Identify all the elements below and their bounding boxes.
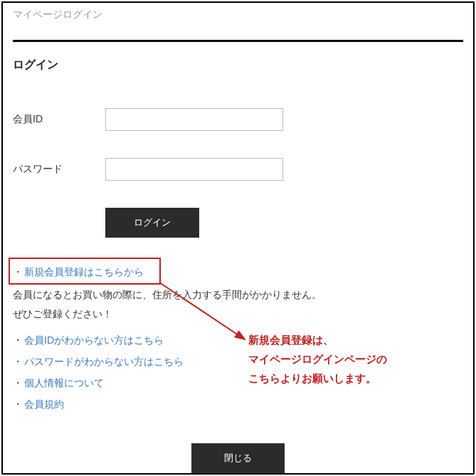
annotation-text: 新規会員登録は、 マイページログインページの こちらよりお願いします。 <box>248 330 387 388</box>
forgot-id-link[interactable]: 会員IDがわからない方はこちら <box>24 334 164 346</box>
annotation-line-1: 新規会員登録は、 <box>248 330 387 349</box>
new-registration-link[interactable]: 新規会員登録はこちらから <box>24 266 144 277</box>
bullet-icon: ・ <box>13 398 23 410</box>
bullet-icon: ・ <box>13 266 23 277</box>
password-input[interactable] <box>105 158 283 181</box>
login-dialog: マイページログイン ログイン 会員ID パスワード ログイン ・新規会員登録はこ… <box>1 1 475 475</box>
close-button[interactable]: 閉じる <box>191 443 285 473</box>
login-button-row: ログイン <box>105 208 463 238</box>
login-heading: ログイン <box>13 58 463 73</box>
divider <box>13 40 463 42</box>
links-section: ・新規会員登録はこちらから 会員になるとお買い物の際に、住所を入力する手間がかか… <box>13 266 463 411</box>
password-row: パスワード <box>13 158 463 181</box>
privacy-link[interactable]: 個人情報について <box>24 377 104 388</box>
bullet-icon: ・ <box>13 356 23 367</box>
bullet-icon: ・ <box>13 377 23 388</box>
password-label: パスワード <box>13 163 105 176</box>
content-area: ログイン 会員ID パスワード ログイン ・新規会員登録はこちらから 会員になる… <box>3 40 473 411</box>
registration-description: 会員になるとお買い物の際に、住所を入力する手間がかかりません。 ぜひご登録くださ… <box>13 287 463 322</box>
terms-item: ・会員規約 <box>13 398 463 411</box>
close-row: 閉じる <box>3 443 473 473</box>
new-registration-item: ・新規会員登録はこちらから <box>13 266 463 279</box>
annotation-line-2: マイページログインページの <box>248 349 387 369</box>
forgot-id-item: ・会員IDがわからない方はこちら <box>13 334 463 347</box>
member-id-label: 会員ID <box>13 113 105 126</box>
member-id-input[interactable] <box>105 108 283 131</box>
login-button[interactable]: ログイン <box>105 208 199 238</box>
title-bar: マイページログイン <box>3 3 473 27</box>
desc-line-1: 会員になるとお買い物の際に、住所を入力する手間がかかりません。 <box>13 287 463 302</box>
forgot-password-item: ・パスワードがわからない方はこちら <box>13 356 463 369</box>
forgot-password-link[interactable]: パスワードがわからない方はこちら <box>24 356 184 367</box>
bullet-icon: ・ <box>13 334 23 346</box>
annotation-line-3: こちらよりお願いします。 <box>248 369 387 388</box>
desc-line-2: ぜひご登録ください！ <box>13 307 463 322</box>
member-id-row: 会員ID <box>13 108 463 131</box>
privacy-item: ・個人情報について <box>13 377 463 390</box>
terms-link[interactable]: 会員規約 <box>24 398 64 410</box>
